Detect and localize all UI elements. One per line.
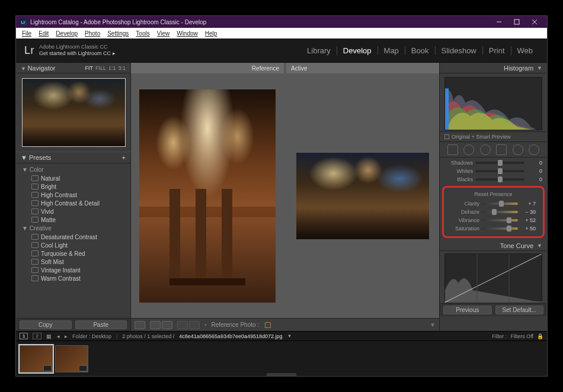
monitor-1[interactable]: 1 [20, 333, 28, 339]
module-book[interactable]: Book [405, 46, 436, 55]
menu-tools[interactable]: Tools [132, 30, 153, 37]
spot-tool-icon[interactable] [463, 144, 474, 155]
loupe-view-icon[interactable] [135, 321, 145, 329]
filmstrip-handle[interactable] [267, 373, 296, 376]
app-window: Lr Lightroom Catalog - Adobe Photoshop L… [15, 15, 548, 377]
menu-file[interactable]: File [18, 30, 35, 37]
grid-view-icon[interactable]: ▦ [46, 333, 52, 339]
presets-header[interactable]: ▼ Presets + [16, 152, 130, 163]
radial-tool-icon[interactable] [513, 144, 523, 155]
identity-row: Lr Adobe Lightroom Classic CC Get starte… [16, 38, 547, 62]
active-image[interactable] [296, 153, 429, 239]
gradient-tool-icon[interactable] [496, 144, 507, 155]
zoom-3-1[interactable]: 3:1 [118, 65, 126, 71]
navigator-header[interactable]: ▼ Navigator FIT FILL 1:1 3:1 [16, 63, 130, 73]
original-smart-preview: Original + Smart Preview [440, 131, 547, 142]
before-after2-icon[interactable] [189, 321, 200, 329]
presence-sliders: Clarity+ 7 Dehaze− 30 Vibrance+ 52 Satur… [446, 198, 540, 234]
menu-window[interactable]: Window [173, 30, 201, 37]
ref-view-ra2-icon[interactable] [162, 321, 172, 329]
identity-line2[interactable]: Get started with Lightroom CC ▸ [39, 50, 116, 57]
forward-icon[interactable]: ▸ [65, 333, 68, 339]
module-web[interactable]: Web [511, 46, 539, 55]
zoom-1-1[interactable]: 1:1 [108, 65, 116, 71]
center-toolbar: • Reference Photo : ▼ [131, 318, 439, 331]
preset-item[interactable]: Natural [16, 174, 130, 182]
presence-highlight-box: Reset Presence Clarity+ 7 Dehaze− 30 Vib… [442, 186, 545, 238]
module-print[interactable]: Print [483, 46, 511, 55]
preview-icon [444, 134, 449, 139]
reset-presence[interactable]: Reset Presence [446, 191, 540, 197]
tone-curve[interactable] [444, 253, 542, 301]
crop-tool-icon[interactable] [447, 144, 458, 155]
menu-settings[interactable]: Settings [104, 30, 132, 37]
back-icon[interactable]: ◂ [57, 333, 60, 339]
module-map[interactable]: Map [378, 46, 405, 55]
app-icon: Lr [20, 18, 27, 25]
preset-item[interactable]: Warm Contrast [16, 274, 130, 282]
menu-view[interactable]: View [153, 30, 174, 37]
preset-item[interactable]: Bright [16, 182, 130, 191]
maximize-button[interactable] [508, 16, 526, 28]
previous-button[interactable]: Previous [443, 306, 492, 314]
reference-tab[interactable]: Reference [131, 63, 284, 73]
preset-item[interactable]: Cool Light [16, 241, 130, 249]
slider-blacks[interactable]: Blacks0 [444, 175, 542, 184]
add-preset-icon[interactable]: + [122, 154, 126, 161]
toolbar-dropdown-icon[interactable]: ▼ [430, 322, 436, 328]
filter-value[interactable]: Filters Off [510, 333, 533, 339]
menu-help[interactable]: Help [201, 30, 221, 37]
redeye-tool-icon[interactable] [480, 144, 491, 155]
navigator-thumbnail[interactable] [22, 78, 126, 147]
slider-dehaze[interactable]: Dehaze− 30 [451, 208, 536, 216]
monitor-2[interactable]: 2 [33, 333, 41, 339]
tonecurve-header[interactable]: Tone Curve▼ [440, 240, 547, 251]
zoom-fill[interactable]: FILL [95, 65, 106, 71]
slider-clarity[interactable]: Clarity+ 7 [451, 200, 536, 208]
folder-label[interactable]: Folder : Desktop [72, 333, 111, 339]
copy-button[interactable]: Copy [20, 320, 72, 329]
module-slideshow[interactable]: Slideshow [436, 46, 483, 55]
menu-develop[interactable]: Develop [52, 30, 81, 37]
module-library[interactable]: Library [301, 46, 337, 55]
preset-item[interactable]: High Contrast & Detail [16, 199, 130, 207]
preset-item[interactable]: Desaturated Contrast [16, 233, 130, 241]
center-panel: Reference Active • Reference Photo : [131, 63, 439, 331]
set-default-button[interactable]: Set Default... [495, 306, 544, 314]
preset-item[interactable]: Soft Mist [16, 258, 130, 266]
tone-sliders: Shadows0 Whites0 Blacks0 [440, 158, 547, 185]
paste-button[interactable]: Paste [75, 320, 127, 329]
reference-image[interactable] [139, 89, 276, 303]
preset-group[interactable]: ▼ Creative [16, 224, 130, 233]
filmstrip-thumb[interactable] [20, 345, 53, 372]
filmstrip-thumb[interactable] [55, 345, 88, 372]
menu-edit[interactable]: Edit [35, 30, 52, 37]
navigator-title: Navigator [27, 65, 55, 72]
histogram-header[interactable]: Histogram▼ [440, 63, 547, 73]
left-panel: ▼ Navigator FIT FILL 1:1 3:1 ▼ Presets +… [16, 63, 131, 331]
preset-group[interactable]: ▼ Color [16, 165, 130, 174]
preset-item[interactable]: Vivid [16, 207, 130, 216]
preset-item[interactable]: Turquoise & Red [16, 249, 130, 258]
navigator-zoom: FIT FILL 1:1 3:1 [85, 65, 126, 71]
minimize-button[interactable] [490, 16, 508, 28]
ref-view-ra-icon[interactable] [150, 321, 161, 329]
preset-item[interactable]: Vintage Instant [16, 266, 130, 274]
preset-item[interactable]: High Contrast [16, 191, 130, 199]
menu-photo[interactable]: Photo [81, 30, 104, 37]
histogram[interactable] [444, 77, 542, 130]
slider-shadows[interactable]: Shadows0 [444, 159, 542, 167]
close-button[interactable] [526, 16, 543, 28]
before-after-icon[interactable] [177, 321, 188, 329]
brush-tool-icon[interactable] [529, 144, 539, 155]
slider-whites[interactable]: Whites0 [444, 167, 542, 175]
filter-lock-icon[interactable]: 🔒 [537, 333, 543, 339]
svg-rect-1 [514, 20, 519, 24]
module-develop[interactable]: Develop [337, 46, 378, 55]
zoom-fit[interactable]: FIT [85, 65, 93, 71]
active-tab[interactable]: Active [286, 63, 439, 73]
lock-icon[interactable] [265, 322, 271, 328]
slider-saturation[interactable]: Saturation+ 50 [451, 224, 536, 233]
slider-vibrance[interactable]: Vibrance+ 52 [451, 216, 536, 224]
preset-item[interactable]: Matte [16, 216, 130, 224]
